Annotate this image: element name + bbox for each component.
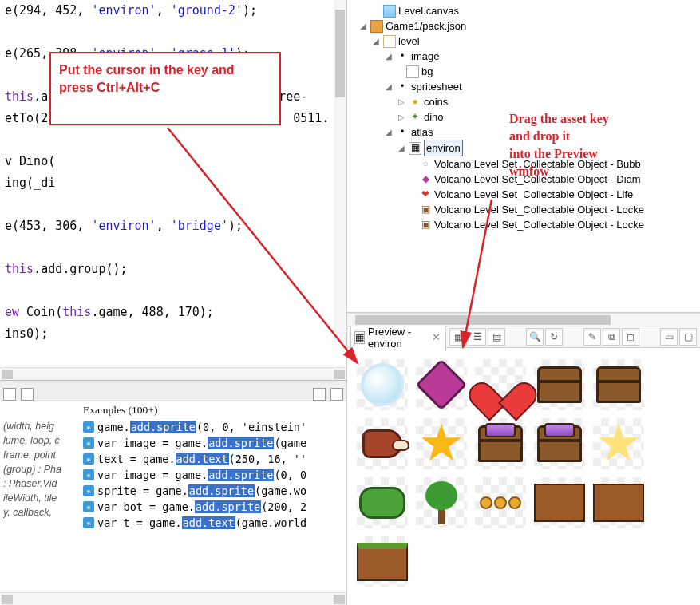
example-row[interactable]: ✶var image = game.add.sprite(game bbox=[80, 435, 346, 451]
zoom-button[interactable]: 🔍 bbox=[526, 328, 544, 346]
sprite-thumb[interactable] bbox=[534, 477, 585, 528]
sprite-thumb[interactable] bbox=[357, 359, 408, 410]
example-icon: ✶ bbox=[83, 453, 94, 465]
tree-item[interactable]: ▣Volcano Level Set_Collectable Object - … bbox=[349, 202, 698, 217]
api-hint: y, callback, bbox=[3, 505, 77, 520]
chains-panel: (width, heiglume, loop, c frame, point(g… bbox=[0, 401, 346, 592]
tree-twisty[interactable]: ◢ bbox=[384, 125, 394, 140]
sprite-icon: ▣ bbox=[419, 219, 432, 231]
bullet-icon: • bbox=[396, 81, 409, 93]
sprite-thumb[interactable] bbox=[357, 477, 408, 528]
api-hint: (group) : Pha bbox=[3, 462, 77, 476]
example-row[interactable]: ✶var bot = game.add.sprite(200, 2 bbox=[80, 499, 346, 515]
sprite-thumb[interactable] bbox=[534, 359, 585, 410]
horizontal-scrollbar[interactable] bbox=[0, 592, 346, 605]
tree-horizontal-scrollbar[interactable] bbox=[347, 313, 700, 326]
folder-icon bbox=[383, 35, 396, 48]
preview-toolbar: ▦ Preview - environ ✕ ▦ ☰ ▤ 🔍 ↻ ✎ ⧉ ◻ ▭ … bbox=[347, 326, 700, 348]
tree-twisty[interactable]: ▷ bbox=[397, 94, 406, 109]
panel-icon[interactable] bbox=[3, 388, 16, 401]
tree-label[interactable]: dino bbox=[424, 109, 444, 125]
sprite-thumb[interactable] bbox=[593, 359, 644, 410]
image-icon bbox=[406, 65, 419, 78]
detail-view-button[interactable]: ▤ bbox=[488, 328, 505, 346]
sprite-icon: ◆ bbox=[419, 173, 432, 186]
tree-label: Volcano Level Set_Collectable Object - L… bbox=[434, 217, 644, 232]
preview-area[interactable] bbox=[347, 348, 700, 605]
sprite-icon: ❤ bbox=[419, 188, 432, 201]
tree-twisty[interactable]: ◢ bbox=[384, 49, 394, 64]
sprite-thumb[interactable] bbox=[357, 536, 408, 587]
example-icon: ✶ bbox=[83, 501, 94, 512]
example-row[interactable]: ✶var t = game.add.text(game.world bbox=[80, 515, 346, 531]
sprite-thumb[interactable] bbox=[416, 477, 467, 528]
tree-label[interactable]: coins bbox=[424, 94, 448, 109]
preview-tab[interactable]: ▦ Preview - environ ✕ bbox=[350, 323, 446, 351]
tree-label[interactable]: bg bbox=[421, 64, 433, 79]
atlas-icon: ▦ bbox=[354, 331, 365, 344]
panel-tab-bar[interactable] bbox=[0, 380, 346, 401]
sprite-thumb[interactable] bbox=[593, 418, 644, 469]
api-hint: : Phaser.Vid bbox=[3, 476, 77, 491]
link-button[interactable]: ⧉ bbox=[603, 328, 620, 346]
tree-label[interactable]: atlas bbox=[411, 125, 433, 140]
sprite-icon: ○ bbox=[419, 158, 432, 171]
preview-title: Preview - environ bbox=[368, 326, 427, 350]
sprite-thumb[interactable] bbox=[475, 477, 526, 528]
tree-label[interactable]: Game1/pack.json bbox=[386, 18, 466, 34]
example-row[interactable]: ✶text = game.add.text(250, 16, '' bbox=[80, 451, 346, 467]
list-view-button[interactable]: ☰ bbox=[469, 328, 486, 346]
bullet-icon: • bbox=[396, 126, 409, 139]
tree-label-selected[interactable]: environ bbox=[424, 140, 463, 156]
tree-label: Volcano Level Set_Collectable Object - L… bbox=[434, 202, 644, 217]
refresh-button[interactable]: ↻ bbox=[545, 328, 563, 346]
horizontal-scrollbar[interactable] bbox=[0, 367, 346, 380]
sprite-thumb[interactable] bbox=[593, 477, 644, 528]
edit-button[interactable]: ✎ bbox=[583, 328, 601, 346]
sprite-thumb[interactable] bbox=[475, 359, 526, 410]
tree-label[interactable]: Level.canvas bbox=[398, 3, 459, 18]
dino-icon: ✦ bbox=[409, 111, 421, 124]
sprite-thumb[interactable] bbox=[416, 418, 467, 469]
maximize-icon[interactable]: ▢ bbox=[679, 328, 697, 346]
tree-twisty[interactable]: ▷ bbox=[397, 109, 406, 125]
minimize-icon[interactable] bbox=[313, 388, 326, 401]
tree-label[interactable]: spritesheet bbox=[411, 79, 462, 94]
tree-twisty[interactable]: ◢ bbox=[384, 79, 394, 94]
close-icon[interactable]: ✕ bbox=[430, 331, 442, 343]
api-hint: frame, point bbox=[3, 448, 77, 462]
maximize-icon[interactable] bbox=[330, 388, 343, 401]
pack-icon bbox=[370, 20, 383, 33]
callout-left: Put the cursor in the key and press Ctrl… bbox=[49, 52, 281, 125]
panel-icon[interactable] bbox=[21, 388, 34, 401]
api-hint: ileWidth, tile bbox=[3, 491, 77, 505]
callout-right: Drag the asset keyand drop itinto the Pr… bbox=[509, 110, 609, 180]
examples-column: Examples (100+) ✶game.add.sprite(0, 0, '… bbox=[80, 401, 346, 592]
example-row[interactable]: ✶game.add.sprite(0, 0, 'einstein' bbox=[80, 419, 346, 435]
sprite-thumb[interactable] bbox=[534, 418, 585, 469]
example-icon: ✶ bbox=[83, 437, 94, 449]
example-icon: ✶ bbox=[83, 485, 94, 496]
sprite-thumb[interactable] bbox=[357, 418, 408, 469]
api-hint: lume, loop, c bbox=[3, 433, 77, 448]
tree-twisty[interactable]: ◢ bbox=[358, 18, 368, 34]
canvas-icon bbox=[383, 5, 396, 18]
sprite-thumb[interactable] bbox=[475, 418, 526, 469]
new-button[interactable]: ◻ bbox=[622, 328, 639, 346]
code-editor[interactable]: e(294, 452, 'environ', 'ground-2'); e(26… bbox=[0, 0, 346, 367]
grid-view-button[interactable]: ▦ bbox=[449, 328, 467, 346]
minimize-icon[interactable]: ▭ bbox=[660, 328, 678, 346]
example-row[interactable]: ✶var image = game.add.sprite(0, 0 bbox=[80, 467, 346, 483]
tree-item[interactable]: ▣Volcano Level Set_Collectable Object - … bbox=[349, 217, 698, 232]
example-row[interactable]: ✶sprite = game.add.sprite(game.wo bbox=[80, 483, 346, 499]
vertical-scrollbar[interactable] bbox=[334, 0, 346, 343]
example-icon: ✶ bbox=[83, 469, 94, 480]
bullet-icon: • bbox=[396, 50, 409, 63]
tree-label[interactable]: image bbox=[411, 49, 439, 64]
tree-twisty[interactable]: ◢ bbox=[397, 140, 406, 156]
coins-icon: ● bbox=[409, 96, 421, 109]
sprite-thumb[interactable] bbox=[416, 359, 467, 410]
tree-item[interactable]: ❤Volcano Level Set_Collectable Object - … bbox=[349, 187, 698, 202]
tree-label[interactable]: level bbox=[398, 34, 420, 49]
tree-twisty[interactable]: ◢ bbox=[371, 34, 381, 49]
